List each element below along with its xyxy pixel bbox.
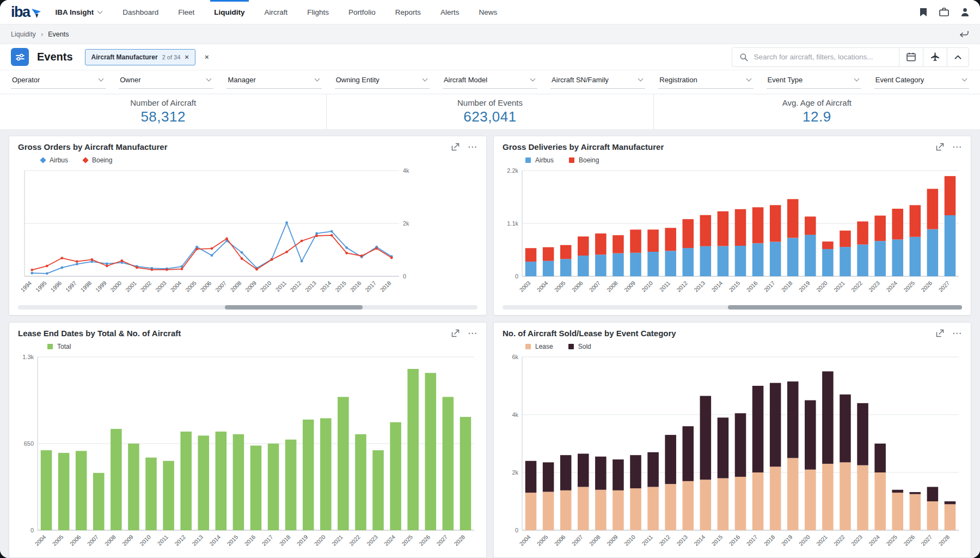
date-picker-button[interactable]: [899, 48, 923, 66]
svg-text:2006: 2006: [199, 280, 212, 293]
kpi-number-of-aircraft: Number of Aircraft 58,312: [0, 94, 327, 129]
svg-text:2019: 2019: [296, 533, 309, 547]
svg-text:2009: 2009: [605, 533, 619, 547]
filter-manager[interactable]: Manager: [226, 76, 321, 89]
gross-deliveries-chart[interactable]: 01.1k2.2k2003200420052006200720082009201…: [499, 165, 965, 304]
legend-item-boeing[interactable]: Boeing: [569, 156, 599, 164]
search-box[interactable]: [732, 53, 899, 62]
aircraft-search-button[interactable]: [923, 48, 947, 66]
search-input[interactable]: [754, 53, 891, 61]
nav-item-news[interactable]: News: [479, 0, 497, 25]
chart-legend: Lease Sold: [494, 338, 971, 350]
svg-text:2013: 2013: [693, 280, 706, 293]
user-account-button[interactable]: [961, 8, 969, 16]
chart-legend: Airbus Boeing: [494, 151, 971, 164]
chip-field-label: Aircraft Manufacturer: [91, 53, 158, 61]
chart-title: Gross Orders by Aircraft Manufacturer: [18, 142, 168, 151]
charts-grid: Gross Orders by Aircraft Manufacturer ⋯: [0, 129, 980, 558]
svg-text:2013: 2013: [191, 533, 204, 547]
return-button[interactable]: [959, 30, 969, 38]
chart-hscrollbar[interactable]: [503, 305, 962, 310]
svg-text:2023: 2023: [365, 533, 379, 547]
legend-swatch: [47, 344, 53, 349]
selection-chip-aircraft-manufacturer[interactable]: Aircraft Manufacturer 2 of 34 ×: [85, 49, 195, 65]
svg-text:2010: 2010: [623, 533, 636, 547]
filter-aircraft-model[interactable]: Aircraft Model: [443, 76, 537, 89]
svg-text:2025: 2025: [885, 533, 898, 547]
chevron-up-icon: [954, 55, 961, 59]
svg-text:2008: 2008: [229, 280, 242, 293]
filter-owning-entity[interactable]: Owning Entity: [335, 76, 430, 89]
svg-text:2019: 2019: [780, 533, 794, 547]
legend-item-lease[interactable]: Lease: [525, 343, 553, 350]
collapse-header-button[interactable]: [947, 48, 969, 66]
legend-label: Lease: [535, 343, 553, 350]
header-toolbar: [732, 47, 969, 67]
filter-operator[interactable]: Operator: [11, 76, 106, 89]
filter-registration[interactable]: Registration: [658, 76, 753, 89]
filter-aircraft-sn-family[interactable]: Aircraft SN/Family: [550, 76, 645, 89]
expand-chart-button[interactable]: [936, 143, 944, 151]
svg-text:2028: 2028: [937, 533, 951, 547]
expand-chart-button[interactable]: [451, 143, 460, 151]
chart-menu-button[interactable]: ⋯: [952, 142, 962, 151]
nav-item-aircraft[interactable]: Aircraft: [265, 0, 288, 25]
chart-hscrollbar[interactable]: [18, 305, 477, 310]
nav-item-flights[interactable]: Flights: [307, 0, 329, 25]
chevron-down-icon: [746, 76, 751, 81]
svg-text:2018: 2018: [379, 280, 393, 293]
scrollbar-thumb[interactable]: [728, 305, 962, 310]
chevron-down-icon: [638, 76, 644, 81]
nav-item-liquidity[interactable]: Liquidity: [214, 0, 244, 25]
filter-owner[interactable]: Owner: [119, 76, 213, 89]
nav-item-portfolio[interactable]: Portfolio: [348, 0, 376, 25]
chart-menu-button[interactable]: ⋯: [952, 329, 962, 338]
svg-text:2004: 2004: [518, 533, 531, 547]
svg-text:2018: 2018: [780, 280, 794, 293]
legend-label: Sold: [578, 343, 591, 350]
nav-item-fleet[interactable]: Fleet: [178, 0, 194, 25]
kpi-value: 12.9: [803, 108, 831, 125]
kpi-label: Avg. Age of Aircraft: [782, 98, 852, 107]
svg-text:2019: 2019: [798, 280, 811, 293]
gross-orders-chart[interactable]: 02k4k19941995199619971998199920002001200…: [15, 165, 481, 304]
legend-item-airbus[interactable]: Airbus: [41, 156, 68, 164]
svg-text:0: 0: [403, 273, 406, 280]
nav-item-reports[interactable]: Reports: [395, 0, 421, 25]
kpi-number-of-events: Number of Events 623,041: [327, 94, 653, 129]
filter-panel-button[interactable]: [11, 48, 29, 66]
briefcase-icon: [939, 8, 949, 16]
svg-text:2012: 2012: [289, 280, 303, 293]
svg-text:2k: 2k: [403, 220, 409, 227]
filter-event-type[interactable]: Event Type: [767, 76, 861, 89]
nav-item-dashboard[interactable]: Dashboard: [122, 0, 158, 25]
clear-all-selections-button[interactable]: ×: [201, 51, 213, 63]
legend-item-sold[interactable]: Sold: [568, 343, 591, 350]
sold-lease-chart[interactable]: 02k4k6k200420052006200720082009201020112…: [499, 351, 965, 557]
card-lease-end-dates: Lease End Dates by Total & No. of Aircra…: [9, 322, 487, 558]
svg-text:2011: 2011: [274, 280, 288, 293]
svg-text:2026: 2026: [920, 280, 933, 293]
nav-item-alerts[interactable]: Alerts: [440, 0, 460, 25]
lease-end-dates-chart[interactable]: 06501.3k20042005200620072008200920102011…: [15, 351, 481, 557]
filter-event-category[interactable]: Event Category: [874, 76, 969, 89]
portfolio-case-button[interactable]: [939, 8, 949, 16]
legend-item-total[interactable]: Total: [47, 343, 71, 350]
expand-chart-button[interactable]: [451, 329, 460, 337]
breadcrumb-parent[interactable]: Liquidity: [11, 31, 36, 38]
bookmarks-button[interactable]: [920, 8, 927, 17]
chart-menu-button[interactable]: ⋯: [468, 142, 477, 151]
iba-logo[interactable]: iba: [11, 5, 41, 19]
product-switcher[interactable]: IBA Insight: [56, 8, 102, 16]
breadcrumb-separator: ›: [41, 30, 43, 38]
svg-text:2014: 2014: [693, 533, 706, 547]
chip-remove-button[interactable]: ×: [185, 53, 189, 60]
expand-chart-button[interactable]: [936, 329, 944, 337]
scrollbar-thumb[interactable]: [225, 305, 363, 310]
svg-text:2020: 2020: [815, 280, 829, 293]
chevron-down-icon: [962, 76, 967, 81]
legend-item-airbus[interactable]: Airbus: [525, 156, 554, 164]
svg-text:2022: 2022: [850, 280, 863, 293]
chart-menu-button[interactable]: ⋯: [468, 329, 477, 338]
legend-item-boeing[interactable]: Boeing: [83, 156, 112, 164]
